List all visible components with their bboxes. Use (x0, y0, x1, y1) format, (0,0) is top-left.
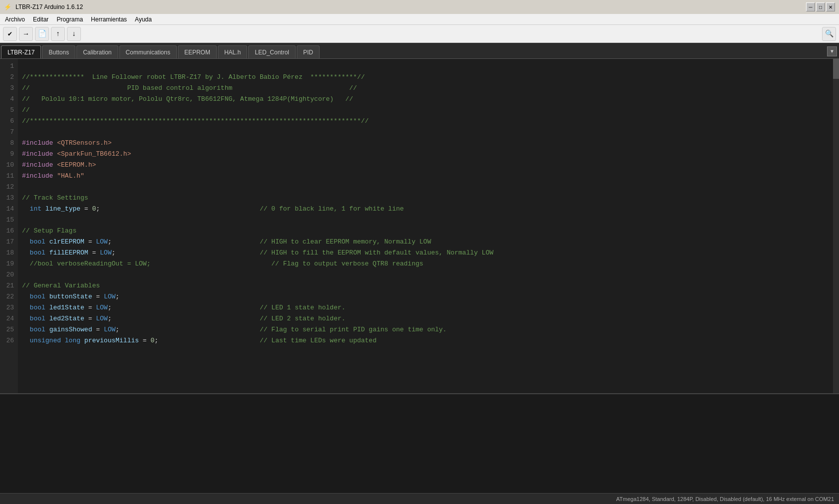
toolbar: ✔ → 📄 ↑ ↓ 🔍 (0, 25, 839, 43)
tab-communications[interactable]: Communications (119, 45, 177, 58)
menu-ayuda[interactable]: Ayuda (132, 15, 155, 24)
line-num-19: 19 (0, 258, 14, 269)
upload-button[interactable]: → (19, 27, 33, 41)
title-bar-controls: ─ □ ✕ (806, 2, 835, 11)
line-num-4: 4 (0, 94, 14, 105)
tab-led-control[interactable]: LED_Control (248, 45, 296, 58)
line-num-24: 24 (0, 313, 14, 324)
window-title: LTBR-Z17 Arduino 1.6.12 (15, 3, 83, 10)
menu-programa[interactable]: Programa (53, 15, 86, 24)
line-num-6: 6 (0, 116, 14, 127)
tab-dropdown-button[interactable]: ▼ (827, 46, 837, 56)
tab-ltbr-z17[interactable]: LTBR-Z17 (1, 45, 41, 58)
menu-bar: Archivo Editar Programa Herramientas Ayu… (0, 14, 839, 25)
tab-hal[interactable]: HAL.h (218, 45, 247, 58)
line-num-15: 15 (0, 215, 14, 226)
line-num-12: 12 (0, 182, 14, 193)
menu-editar[interactable]: Editar (30, 15, 51, 24)
minimize-button[interactable]: ─ (806, 2, 815, 11)
line-num-21: 21 (0, 280, 14, 291)
line-num-16: 16 (0, 226, 14, 237)
tabs-area: LTBR-Z17 Buttons Calibration Communicati… (0, 43, 839, 59)
line-num-9: 9 (0, 149, 14, 160)
line-num-17: 17 (0, 237, 14, 248)
line-num-20: 20 (0, 269, 14, 280)
verify-button[interactable]: ✔ (3, 27, 17, 41)
line-num-23: 23 (0, 302, 14, 313)
menu-herramientas[interactable]: Herramientas (88, 15, 130, 24)
save-button[interactable]: ↓ (67, 27, 81, 41)
line-num-14: 14 (0, 204, 14, 215)
line-num-26: 26 (0, 335, 14, 346)
line-num-11: 11 (0, 171, 14, 182)
status-text: ATmega1284, Standard, 1284P, Disabled, D… (616, 496, 834, 502)
tab-pid[interactable]: PID (297, 45, 320, 58)
app-icon: ⚡ (4, 3, 11, 10)
title-bar-left: ⚡ LTBR-Z17 Arduino 1.6.12 (4, 3, 83, 10)
new-button[interactable]: 📄 (35, 27, 49, 41)
tab-buttons[interactable]: Buttons (42, 45, 75, 58)
line-num-7: 7 (0, 127, 14, 138)
code-editor: 1 2 3 4 5 6 7 8 9 10 11 12 13 14 15 16 1… (0, 59, 839, 393)
line-num-13: 13 (0, 193, 14, 204)
tab-eeprom[interactable]: EEPROM (178, 45, 217, 58)
tab-calibration[interactable]: Calibration (76, 45, 118, 58)
maximize-button[interactable]: □ (816, 2, 825, 11)
line-num-25: 25 (0, 324, 14, 335)
scrollbar-thumb[interactable] (833, 59, 839, 79)
line-num-8: 8 (0, 138, 14, 149)
line-num-5: 5 (0, 105, 14, 116)
serial-monitor-button[interactable]: 🔍 (822, 27, 836, 41)
line-num-10: 10 (0, 160, 14, 171)
line-num-3: 3 (0, 83, 14, 94)
line-num-1: 1 (0, 61, 14, 72)
status-bar: ATmega1284, Standard, 1284P, Disabled, D… (0, 493, 839, 504)
console-area (0, 393, 839, 493)
title-bar: ⚡ LTBR-Z17 Arduino 1.6.12 ─ □ ✕ (0, 0, 839, 14)
line-numbers: 1 2 3 4 5 6 7 8 9 10 11 12 13 14 15 16 1… (0, 59, 18, 393)
editor-scrollbar[interactable] (833, 59, 839, 393)
code-content[interactable]: //************** Line Follower robot LTB… (18, 59, 833, 393)
line-num-18: 18 (0, 248, 14, 258)
line-num-22: 22 (0, 291, 14, 302)
close-button[interactable]: ✕ (826, 2, 835, 11)
line-num-2: 2 (0, 72, 14, 83)
open-button[interactable]: ↑ (51, 27, 65, 41)
menu-archivo[interactable]: Archivo (2, 15, 28, 24)
